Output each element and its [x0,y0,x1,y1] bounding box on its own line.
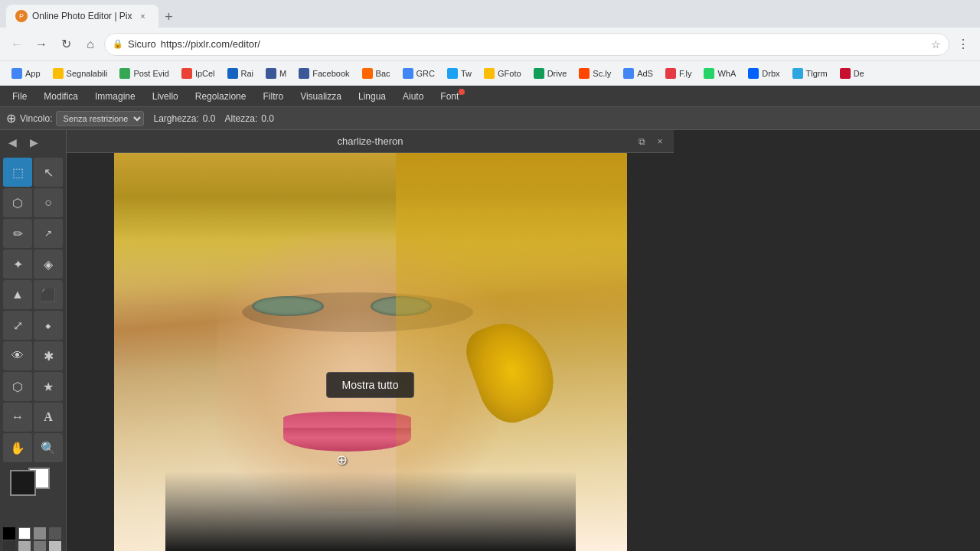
tool-wand[interactable]: ↗ [34,219,63,248]
tool-liquify[interactable]: ↔ [3,403,32,432]
tool-text[interactable]: A [34,403,63,432]
tool-gradient[interactable]: ▲ [3,280,32,309]
bookmark-ads[interactable]: AdS [618,66,658,81]
tab-close-button[interactable]: × [137,10,149,22]
bookmark-wha-label: WhA [717,69,736,78]
bac-icon [362,68,373,79]
active-tab[interactable]: P Online Photo Editor | Pix × [6,5,158,28]
bookmark-de[interactable]: De [835,66,870,81]
menu-aiuto[interactable]: Aiuto [395,89,431,104]
swatch-red[interactable] [34,527,46,540]
tool-transform[interactable]: ⤢ [3,311,32,340]
swatch-white[interactable] [18,527,31,540]
refresh-button[interactable]: ↻ [55,34,77,55]
menu-immagine[interactable]: Immagine [87,89,143,104]
bookmark-scly[interactable]: Sc.ly [573,66,616,81]
extensions-button[interactable]: ⋮ [952,34,974,55]
menu-regolazione[interactable]: Regolazione [188,89,254,104]
bookmark-gfoto[interactable]: GFoto [479,66,527,81]
font-badge [459,89,465,95]
toolbar: ⊕ Vincolo: Senza restrizione Larghezza: … [0,107,980,130]
tool-dodge[interactable]: ⬡ [3,372,32,401]
new-tab-button[interactable]: + [158,6,180,28]
menu-font[interactable]: Font [433,89,466,104]
mostra-tutto-button[interactable]: Mostra tutto [326,372,415,398]
bookmark-drbx[interactable]: Drbx [743,66,785,81]
canvas-maximize-button[interactable]: ⧉ [634,134,649,149]
bookmark-star-icon[interactable]: ☆ [931,38,941,51]
tool-hand[interactable]: ✋ [3,433,32,462]
tool-fill[interactable]: ⬛ [34,280,63,309]
bookmark-apps[interactable]: App [6,66,46,81]
tool-eye[interactable]: 👁 [3,341,32,370]
address-text: https://pixlr.com/editor/ [161,38,260,50]
bookmark-wha[interactable]: WhA [698,66,741,81]
back-button[interactable]: ← [6,34,28,55]
grc-icon [403,68,413,79]
nav-arrows: ◀ ▶ [0,130,66,155]
home-button[interactable]: ⌂ [80,34,101,55]
tool-smudge[interactable]: ★ [34,372,63,401]
bookmark-rai[interactable]: Rai [222,66,260,81]
swatch-yellow[interactable] [18,541,31,551]
foreground-color[interactable] [10,470,36,496]
bookmark-grc[interactable]: GRC [397,66,440,81]
menu-modifica[interactable]: Modifica [36,89,86,104]
bookmark-tw[interactable]: Tw [442,66,477,81]
swatch-magenta[interactable] [34,541,46,551]
rai-icon [227,68,238,79]
scly-icon [579,68,590,79]
bookmark-fly-label: F.ly [679,69,692,78]
bookmark-grc-label: GRC [416,69,435,78]
tool-ellipse[interactable]: ○ [34,188,63,217]
menu-lingua[interactable]: Lingua [351,89,394,104]
canvas-area: charlize-theron ⧉ × [67,130,674,551]
bookmark-m[interactable]: M [260,66,292,81]
forward-button[interactable]: → [31,34,52,55]
tool-marquee-rect[interactable]: ⬚ [3,158,32,187]
ads-icon [623,68,634,79]
tool-heal[interactable]: ✦ [3,249,32,279]
bookmark-drive[interactable]: Drive [528,66,573,81]
bookmark-tlgrm[interactable]: Tlgrm [787,66,833,81]
menu-visualizza[interactable]: Visualizza [292,89,349,104]
right-panel [674,130,980,551]
tw-icon [447,68,458,79]
bookmark-facebook[interactable]: Facebook [293,66,354,81]
bookmark-ipcel-label: IpCel [195,69,215,78]
bookmark-fly[interactable]: F.ly [660,66,697,81]
bookmark-ipcel[interactable]: IpCel [176,66,220,81]
menu-filtro[interactable]: Filtro [255,89,291,104]
left-toolbar: ◀ ▶ ⬚ ↖ ⬡ ○ ✏ ↗ ✦ ◈ ▲ ⬛ ⤢ ⬥ 👁 ✱ ⬡ [0,130,67,551]
vincolo-select[interactable]: Senza restrizione [56,111,144,126]
swatch-gray[interactable] [49,527,61,540]
menu-file[interactable]: File [5,89,34,104]
tool-move[interactable]: ↖ [34,158,63,187]
swatch-cyan[interactable] [49,541,61,551]
photo-canvas[interactable]: Mostra tutto ⊕ [114,153,627,551]
tool-zoom[interactable]: 🔍 [34,433,63,462]
bookmark-gfoto-label: GFoto [498,69,521,78]
height-setting: Altezza: 0.0 [225,113,274,124]
canvas-close-button[interactable]: × [652,134,668,149]
tool-blur[interactable]: ✱ [34,341,63,370]
bookmark-segnalabili-label: Segnalabili [67,69,108,78]
secure-label: Sicuro [128,38,156,50]
bookmark-postevid[interactable]: Post Evid [114,66,174,81]
swatches [0,524,66,551]
menu-livello[interactable]: Livello [145,89,186,104]
prev-arrow[interactable]: ◀ [3,133,21,152]
bookmark-segnalabili[interactable]: Segnalabili [47,66,113,81]
next-arrow[interactable]: ▶ [24,133,43,152]
bookmark-bac[interactable]: Bac [357,66,396,81]
swatch-blue[interactable] [3,541,15,551]
tool-pencil[interactable]: ✏ [3,219,32,248]
canvas-wrapper[interactable]: Mostra tutto ⊕ [67,153,674,551]
tool-pin[interactable]: ⬥ [34,311,63,340]
tool-clone[interactable]: ◈ [34,249,63,279]
tool-lasso[interactable]: ⬡ [3,188,32,217]
bookmark-tlgrm-label: Tlgrm [806,69,828,78]
swatch-black[interactable] [3,527,15,540]
address-bar[interactable]: 🔒 Sicuro https://pixlr.com/editor/ ☆ [104,33,949,56]
tab-bar: P Online Photo Editor | Pix × + [0,0,980,28]
